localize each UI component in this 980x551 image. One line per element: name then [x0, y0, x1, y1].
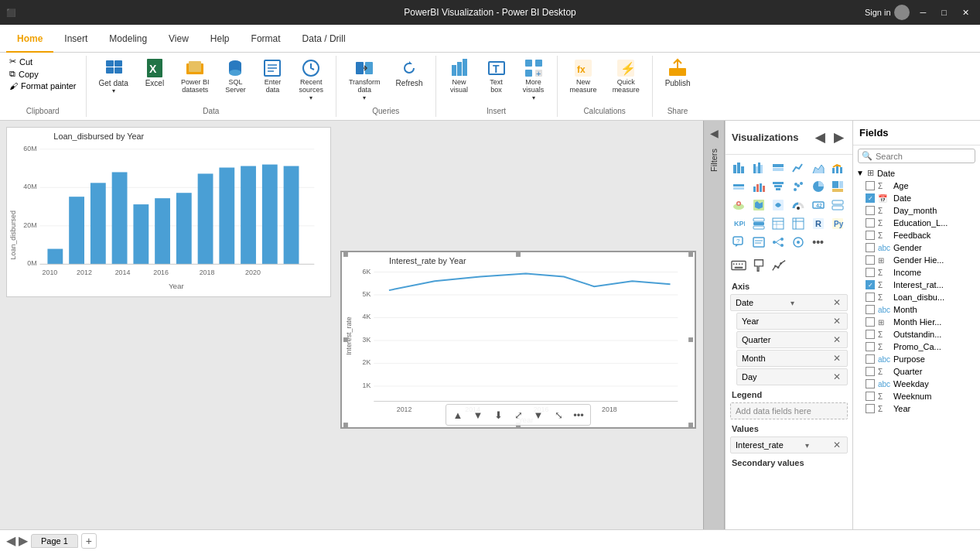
axis-year-remove[interactable]: ✕: [831, 316, 842, 327]
viz-analytics[interactable]: [770, 257, 787, 274]
field-outstanding[interactable]: Σ Outstandin...: [853, 328, 980, 341]
viz-scatter[interactable]: [790, 178, 807, 195]
field-promo[interactable]: Σ Promo_Ca...: [853, 341, 980, 353]
filter-button[interactable]: ▼: [530, 406, 547, 423]
axis-field-interest-rate[interactable]: Interest_rate ▾ ✕: [730, 436, 848, 453]
viz-waterfall[interactable]: [750, 178, 767, 195]
refresh-button[interactable]: Refresh: [390, 56, 429, 89]
filters-arrow-left[interactable]: ◀: [710, 127, 719, 139]
expand-all-button[interactable]: ⤢: [510, 406, 527, 423]
axis-month-remove[interactable]: ✕: [831, 353, 842, 364]
viz-key-influencers[interactable]: [790, 234, 807, 251]
sql-server-button[interactable]: SQLServer: [218, 56, 252, 96]
drill-down-button[interactable]: ▼: [470, 406, 487, 423]
viz-map[interactable]: [730, 197, 747, 214]
viz-slicer[interactable]: [750, 215, 767, 232]
field-weeknum-checkbox[interactable]: [866, 392, 875, 401]
field-feedback-checkbox[interactable]: [866, 231, 875, 240]
close-button[interactable]: ✕: [958, 6, 974, 19]
viz-100pct-bar[interactable]: [770, 159, 787, 176]
viz-filled-map[interactable]: [750, 197, 767, 214]
field-age[interactable]: Σ Age: [853, 180, 980, 192]
fields-search-input[interactable]: [876, 152, 971, 161]
field-date-checkbox[interactable]: ✓: [866, 193, 875, 203]
viz-pie[interactable]: [810, 178, 827, 195]
tab-home[interactable]: Home: [6, 25, 53, 53]
field-weeknum[interactable]: Σ Weeknum: [853, 390, 980, 402]
axis-date-remove[interactable]: ✕: [831, 297, 842, 308]
viz-funnel[interactable]: [770, 178, 787, 195]
viz-clustered-bar[interactable]: [750, 159, 767, 176]
filters-panel[interactable]: ◀ Filters: [703, 121, 725, 529]
new-measure-button[interactable]: fx Newmeasure: [564, 56, 603, 96]
field-month-checkbox[interactable]: [866, 305, 875, 314]
field-purpose[interactable]: abc Purpose: [853, 353, 980, 365]
viz-gauge[interactable]: [790, 197, 807, 214]
field-weekday-checkbox[interactable]: [866, 379, 875, 388]
format-painter-button[interactable]: 🖌 Format painter: [6, 80, 80, 91]
viz-area-chart[interactable]: [810, 159, 827, 176]
field-quarter-checkbox[interactable]: [866, 367, 875, 376]
sign-in-button[interactable]: Sign in: [865, 5, 910, 20]
drill-up-button[interactable]: ▲: [449, 406, 466, 423]
line-chart-container[interactable]: Interest_rate by Year 6K 5K 4K 3K 2K 1K: [340, 251, 696, 429]
excel-button[interactable]: X Excel: [138, 56, 172, 89]
get-data-button[interactable]: Get data ▾: [93, 56, 135, 96]
field-outstanding-checkbox[interactable]: [866, 330, 875, 339]
field-gender[interactable]: abc Gender: [853, 241, 980, 254]
field-month[interactable]: abc Month: [853, 303, 980, 316]
tab-format[interactable]: Format: [241, 25, 292, 53]
tab-view[interactable]: View: [158, 25, 200, 53]
legend-add-field[interactable]: Add data fields here: [730, 402, 848, 419]
field-group-date[interactable]: ▼ ⊞ Date: [853, 166, 980, 180]
field-year-checkbox[interactable]: [866, 404, 875, 413]
field-weekday[interactable]: abc Weekday: [853, 378, 980, 390]
field-interest-rate[interactable]: ✓ Σ Interest_rat...: [853, 279, 980, 291]
viz-combo-chart[interactable]: [829, 159, 846, 176]
new-visual-button[interactable]: Newvisual: [442, 56, 476, 96]
recent-sources-button[interactable]: Recentsources ▾: [292, 56, 330, 103]
viz-matrix[interactable]: [790, 215, 807, 232]
viz-more[interactable]: •••: [810, 234, 827, 251]
viz-table[interactable]: [770, 215, 787, 232]
field-gender-hierarchy[interactable]: ⊞ Gender Hie...: [853, 254, 980, 266]
publish-button[interactable]: Publish: [659, 56, 697, 89]
viz-azure-map[interactable]: [770, 197, 787, 214]
field-purpose-checkbox[interactable]: [866, 354, 875, 364]
field-education-checkbox[interactable]: [866, 218, 875, 228]
viz-ribbon[interactable]: [730, 178, 747, 195]
viz-treemap[interactable]: [829, 178, 846, 195]
enter-data-button[interactable]: Enterdata: [255, 56, 289, 96]
minimize-button[interactable]: ─: [916, 6, 931, 19]
viz-panel-back-arrow[interactable]: ◀: [812, 127, 828, 148]
field-loan[interactable]: Σ Loan_disbu...: [853, 291, 980, 303]
viz-line-chart[interactable]: [790, 159, 807, 176]
more-visuals-button[interactable]: + Morevisuals ▾: [517, 56, 551, 103]
drill-next-button[interactable]: ⬇: [490, 406, 507, 423]
field-income-checkbox[interactable]: [866, 268, 875, 277]
axis-interest-dropdown[interactable]: ▾: [802, 440, 813, 450]
field-gender-checkbox[interactable]: [866, 243, 875, 252]
viz-stacked-bar[interactable]: [730, 159, 747, 176]
quick-measure-button[interactable]: ⚡ Quickmeasure: [606, 56, 646, 96]
viz-python-visual[interactable]: Py: [829, 215, 846, 232]
viz-kpi[interactable]: KPI: [730, 215, 747, 232]
viz-decomp-tree[interactable]: [770, 234, 787, 251]
viz-format-brush[interactable]: [750, 257, 767, 274]
cut-button[interactable]: ✂ Cut: [6, 56, 80, 67]
viz-smart-narrative[interactable]: [750, 234, 767, 251]
field-day-month-checkbox[interactable]: [866, 206, 875, 215]
field-loan-checkbox[interactable]: [866, 293, 875, 302]
axis-field-month[interactable]: Month ✕: [736, 350, 848, 367]
tab-insert[interactable]: Insert: [53, 25, 98, 53]
axis-date-dropdown[interactable]: ▾: [787, 297, 798, 308]
axis-field-year[interactable]: Year ✕: [736, 313, 848, 330]
axis-field-quarter[interactable]: Quarter ✕: [736, 331, 848, 348]
axis-interest-remove[interactable]: ✕: [831, 440, 842, 450]
transform-data-button[interactable]: Transformdata ▾: [343, 56, 387, 103]
viz-r-visual[interactable]: R: [810, 215, 827, 232]
field-education[interactable]: Σ Education_L...: [853, 217, 980, 229]
maximize-button[interactable]: □: [937, 6, 951, 19]
page-1-tab[interactable]: Page 1: [31, 534, 78, 548]
nav-right-icon[interactable]: ▶: [19, 533, 28, 548]
